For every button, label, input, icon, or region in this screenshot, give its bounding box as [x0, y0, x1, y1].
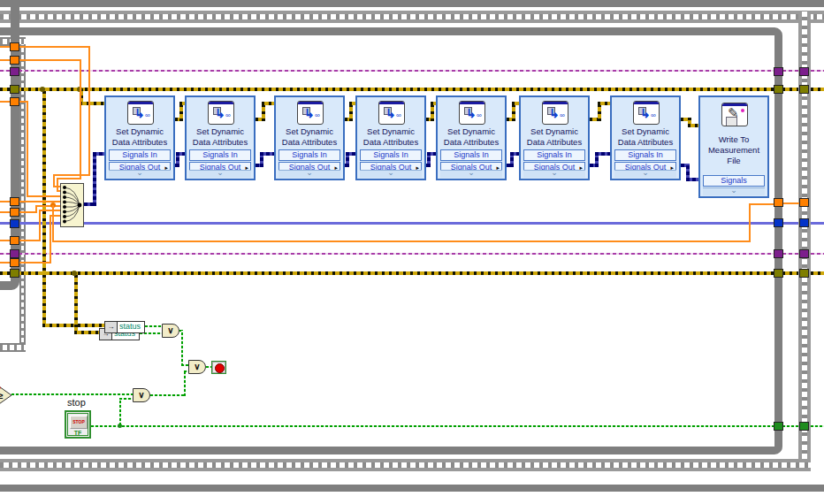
dynamic-data-wire[interactable]: [595, 152, 610, 156]
dynamic-data-wire[interactable]: [176, 152, 185, 156]
expand-chevron-icon[interactable]: ⌄: [109, 170, 171, 178]
boolean-wire[interactable]: [145, 325, 162, 327]
numeric-wire[interactable]: [57, 178, 58, 191]
tunnel-error[interactable]: [10, 85, 19, 94]
tunnel-numeric[interactable]: [774, 198, 783, 207]
set-dynamic-data-attributes-block-3[interactable]: ↳ ∞ Set Dynamic Data Attributes Signals …: [274, 95, 345, 180]
numeric-wire[interactable]: [52, 241, 749, 242]
tunnel-string[interactable]: [10, 67, 19, 76]
error-wire[interactable]: [598, 102, 610, 105]
numeric-wire[interactable]: [53, 174, 90, 176]
tunnel-numeric[interactable]: [10, 42, 19, 51]
boolean-wire[interactable]: [811, 425, 824, 427]
dynamic-data-wire[interactable]: [346, 152, 355, 156]
signals-in-terminal[interactable]: Signals In: [109, 149, 171, 161]
string-wire[interactable]: [0, 70, 774, 72]
numeric-wire[interactable]: [88, 46, 90, 175]
expand-chevron-icon[interactable]: ⌄: [523, 170, 585, 178]
signals-in-terminal[interactable]: Signals In: [440, 149, 502, 161]
stop-led-terminal[interactable]: [211, 361, 226, 374]
string-wire[interactable]: [782, 253, 798, 255]
dynamic-data-wire[interactable]: [93, 152, 104, 156]
string-wire[interactable]: [811, 253, 824, 255]
tunnel-numeric[interactable]: [10, 208, 19, 217]
unbundle-element-label[interactable]: status: [118, 322, 144, 332]
boolean-wire[interactable]: [11, 393, 133, 395]
numeric-wire[interactable]: [39, 210, 41, 241]
boolean-wire[interactable]: [91, 425, 774, 427]
numeric-wire[interactable]: [80, 59, 81, 179]
tunnel-error[interactable]: [774, 269, 783, 278]
error-wire[interactable]: [782, 88, 798, 91]
expand-chevron-icon[interactable]: ⌄: [440, 170, 502, 178]
refnum-wire[interactable]: [811, 222, 824, 225]
tunnel-numeric[interactable]: [10, 197, 19, 206]
set-dynamic-data-attributes-block-6[interactable]: ↳ ∞ Set Dynamic Data Attributes Signals …: [519, 95, 590, 180]
error-wire[interactable]: [0, 88, 774, 91]
or-gate-3[interactable]: ∨: [133, 388, 150, 402]
numeric-wire[interactable]: [749, 204, 751, 242]
tunnel-boolean[interactable]: [774, 422, 783, 431]
dynamic-data-wire[interactable]: [686, 178, 698, 181]
refnum-wire[interactable]: [0, 222, 774, 225]
tunnel-refnum[interactable]: [774, 218, 783, 227]
tunnel-numeric[interactable]: [10, 97, 19, 106]
greater-equal-node[interactable]: ≥: [0, 384, 15, 407]
expand-chevron-icon[interactable]: ⌄: [614, 170, 676, 178]
set-dynamic-data-attributes-block-2[interactable]: ↳ ∞ Set Dynamic Data Attributes Signals …: [185, 95, 256, 180]
error-wire-branch[interactable]: [74, 331, 99, 334]
error-wire[interactable]: [811, 88, 824, 91]
error-wire[interactable]: [811, 271, 824, 275]
tunnel-refnum[interactable]: [10, 219, 19, 228]
expand-chevron-icon[interactable]: ⌄: [360, 170, 422, 178]
string-wire[interactable]: [811, 70, 824, 72]
boolean-wire[interactable]: [150, 394, 185, 396]
error-wire[interactable]: [349, 102, 355, 105]
numeric-wire[interactable]: [782, 202, 799, 204]
error-wire-branch[interactable]: [80, 102, 104, 105]
tunnel-string[interactable]: [10, 249, 19, 258]
numeric-wire[interactable]: [50, 215, 51, 263]
error-wire-branch[interactable]: [42, 88, 46, 327]
or-gate-1[interactable]: ∨: [162, 324, 179, 338]
unbundle-status-1[interactable]: → status: [104, 321, 145, 333]
numeric-wire[interactable]: [749, 203, 774, 205]
tunnel-refnum[interactable]: [799, 218, 809, 227]
error-wire[interactable]: [0, 271, 774, 275]
error-wire-branch[interactable]: [74, 271, 78, 334]
signals-in-terminal[interactable]: Signals In: [614, 149, 676, 161]
dynamic-data-wire[interactable]: [427, 152, 436, 156]
expand-chevron-icon[interactable]: ⌄: [278, 170, 340, 178]
merge-signals-node[interactable]: [60, 183, 84, 227]
error-wire[interactable]: [262, 102, 274, 105]
signals-in-terminal[interactable]: Signals In: [360, 149, 422, 161]
signals-in-terminal[interactable]: Signals In: [523, 149, 585, 161]
numeric-wire[interactable]: [27, 195, 60, 197]
error-wire[interactable]: [688, 124, 698, 127]
tunnel-error[interactable]: [799, 85, 809, 94]
tunnel-string[interactable]: [774, 67, 783, 76]
set-dynamic-data-attributes-block-1[interactable]: ↳ ∞ Set Dynamic Data Attributes Signals …: [104, 95, 175, 180]
tunnel-numeric[interactable]: [10, 258, 19, 267]
boolean-wire[interactable]: [782, 425, 798, 427]
numeric-wire[interactable]: [39, 210, 60, 211]
numeric-wire[interactable]: [27, 101, 28, 196]
numeric-wire[interactable]: [53, 174, 55, 187]
dynamic-data-wire[interactable]: [93, 152, 96, 206]
numeric-wire[interactable]: [57, 178, 81, 179]
expand-chevron-icon[interactable]: ⌄: [703, 187, 765, 195]
error-wire-branch[interactable]: [42, 324, 104, 327]
dynamic-data-wire[interactable]: [510, 152, 519, 156]
numeric-wire[interactable]: [35, 205, 60, 207]
tunnel-string[interactable]: [774, 249, 783, 258]
tunnel-numeric[interactable]: [799, 198, 809, 207]
tunnel-numeric[interactable]: [10, 236, 19, 245]
tunnel-boolean[interactable]: [799, 422, 809, 431]
signals-in-terminal[interactable]: Signals In: [189, 149, 251, 161]
boolean-wire[interactable]: [181, 364, 188, 366]
error-wire[interactable]: [782, 271, 798, 275]
tunnel-error[interactable]: [774, 85, 783, 94]
signals-in-terminal[interactable]: Signals In: [278, 149, 340, 161]
tunnel-error[interactable]: [799, 269, 809, 278]
set-dynamic-data-attributes-block-4[interactable]: ↳ ∞ Set Dynamic Data Attributes Signals …: [355, 95, 426, 180]
